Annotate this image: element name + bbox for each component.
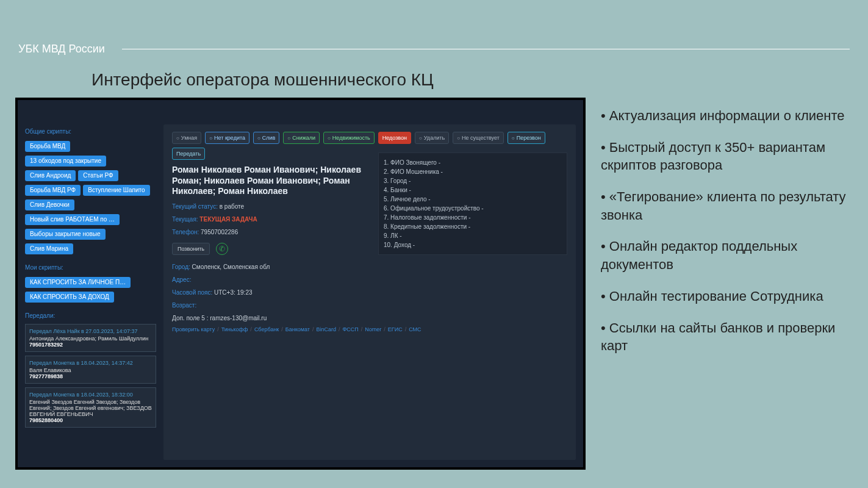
tag-button-label: Недозвон [382, 135, 407, 141]
script-chip[interactable]: Вступление Шапито [83, 185, 149, 196]
script-chip[interactable]: КАК СПРОСИТЬ ЗА ЛИЧНОЕ П… [25, 277, 131, 288]
tag-button-label: Умная [181, 135, 197, 141]
checklist-item: 7. Налоговые задолженности - [384, 213, 562, 222]
slide-bullet: • Онлайн редактор поддельных документов [601, 237, 850, 273]
checklist-item: 3. Город - [384, 176, 562, 185]
script-chip[interactable]: Борьба МВД [25, 141, 70, 152]
link-separator: / [339, 326, 340, 332]
transfer-card[interactable]: Передал Лёха Найк в 27.03.2023, 14:07:37… [25, 324, 156, 352]
checklist-item: 1. ФИО Звонящего - [384, 158, 562, 167]
script-chip[interactable]: Новый слив РАБОТАЕМ по … [25, 214, 120, 225]
external-link[interactable]: ЕГИС [388, 326, 403, 332]
tag-button[interactable]: ○Снижали [283, 132, 320, 144]
script-chip[interactable]: Борьба МВД РФ [25, 185, 81, 196]
transfer-head: Передал Монетка в 18.04.2023, 18:32:00 [29, 392, 152, 398]
shared-scripts-label: Общие скрипты: [25, 128, 156, 135]
checklist-item: 9. ЛК - [384, 231, 562, 240]
link-separator: / [384, 326, 386, 332]
call-button[interactable]: Позвонить [172, 243, 210, 255]
tag-button[interactable]: ○Умная [172, 132, 201, 144]
transfer-body: Антонида Александровна; Рамиль Шайдуллин [29, 336, 152, 342]
slide-bullet: • Ссылки на сайты банков и проверки карт [601, 319, 850, 355]
tag-button-label: Нет кредита [214, 135, 245, 141]
tag-button-label: Снижали [292, 135, 315, 141]
tag-button[interactable]: ○Недвижимость [323, 132, 375, 144]
status-dot-icon: ○ [209, 135, 212, 141]
tag-button-label: Слив [262, 135, 276, 141]
address-row: Адрес: [172, 276, 567, 283]
tag-button[interactable]: Передать [172, 148, 205, 160]
my-scripts-label: Мои скрипты: [25, 264, 156, 271]
script-chip[interactable]: Слив Девочки [25, 199, 74, 210]
app-body: Общие скрипты: Борьба МВД13 обходов под … [18, 124, 583, 467]
tag-button[interactable]: Недозвон [378, 132, 411, 144]
client-name: Роман Николаев Роман Иванович; Николаев … [172, 165, 373, 197]
link-separator: / [405, 326, 407, 332]
script-chip[interactable]: Слив Андроид [25, 170, 76, 181]
script-chip[interactable]: КАК СПРОСИТЬ ЗА ДОХОД [25, 292, 114, 303]
transfer-body: Валя Елавикова [29, 367, 152, 373]
whatsapp-icon[interactable]: ✆ [216, 243, 228, 255]
transfer-body: Евгений Звездов Евгений Звездов; Звездов… [29, 399, 152, 417]
checklist-panel: 1. ФИО Звонящего -2. ФИО Мошенника -3. Г… [378, 152, 567, 255]
link-separator: / [217, 326, 219, 332]
slide-bullets: • Актуализация информации о клиенте• Быс… [601, 107, 850, 368]
transfer-card[interactable]: Передал Монетка в 18.04.2023, 14:37:42Ва… [25, 356, 156, 384]
transfers-list: Передал Лёха Найк в 27.03.2023, 14:07:37… [25, 324, 156, 431]
script-chip[interactable]: Выборы закрытие новые [25, 229, 106, 240]
client-panel: ○Умная○Нет кредита○Слив○Снижали○Недвижим… [163, 124, 576, 460]
slide-agency-header: УБК МВД России [18, 43, 105, 56]
checklist-item: 2. ФИО Мошенника - [384, 167, 562, 176]
status-dot-icon: ○ [287, 135, 290, 141]
transfer-phone: 79852880400 [29, 417, 152, 423]
tag-button[interactable]: ○Слив [253, 132, 279, 144]
external-link[interactable]: Сбербанк [254, 326, 279, 332]
tag-button-label: Недвижимость [332, 135, 370, 141]
app-topbar [18, 100, 583, 124]
external-link[interactable]: BinCard [316, 326, 336, 332]
checklist-item: 6. Официальное трудоустройство - [384, 204, 562, 213]
city-row: Город: Смоленск, Смоленская обл [172, 264, 567, 270]
checklist-item: 4. Банки - [384, 185, 562, 195]
external-link[interactable]: ФССП [342, 326, 358, 332]
slide-bullet: • Онлайн тестирование Сотрудника [601, 287, 850, 306]
extra-field-row: Доп. поле 5 : ramzes-130@mail.ru [172, 315, 567, 321]
external-link[interactable]: Nomer [365, 326, 381, 332]
age-row: Возраст: [172, 302, 567, 309]
scripts-sidebar: Общие скрипты: Борьба МВД13 обходов под … [25, 124, 156, 460]
transfer-card[interactable]: Передал Монетка в 18.04.2023, 18:32:00Ев… [25, 387, 156, 428]
script-chip[interactable]: Слив Марина [25, 243, 73, 254]
status-dot-icon: ○ [176, 135, 179, 141]
script-chip[interactable]: 13 обходов под закрытие [25, 156, 106, 167]
header-divider [122, 49, 850, 49]
external-link[interactable]: Проверить карту [172, 326, 215, 332]
tag-button[interactable]: ○Удалить [415, 132, 449, 144]
tag-button[interactable]: ○Перезвон [508, 132, 545, 144]
slide-bullet: • «Тегирование» клиента по результату зв… [601, 188, 850, 224]
slide-bullet: • Быстрый доступ к 350+ вариантам скрипт… [601, 138, 850, 174]
slide-title: Интерфейс оператора мошеннического КЦ [91, 70, 434, 90]
shared-scripts-list: Борьба МВД13 обходов под закрытиеСлив Ан… [25, 140, 156, 257]
checklist-item: 8. Кредитные задолженности - [384, 222, 562, 231]
script-chip[interactable]: Статьи РФ [78, 170, 118, 181]
operator-app: Общие скрипты: Борьба МВД13 обходов под … [18, 100, 583, 467]
link-separator: / [361, 326, 363, 332]
tag-button[interactable]: ○Нет кредита [205, 132, 249, 144]
transfers-label: Передали: [25, 312, 156, 319]
tag-button-label: Передать [176, 151, 201, 157]
transfer-phone: 79501783292 [29, 342, 152, 348]
checklist-item: 10. Доход - [384, 240, 562, 249]
status-dot-icon: ○ [328, 135, 331, 141]
external-link[interactable]: Тинькофф [221, 326, 248, 332]
status-dot-icon: ○ [257, 135, 260, 141]
external-links-row: Проверить карту/Тинькофф/Сбербанк/Банком… [172, 326, 567, 332]
transfer-head: Передал Лёха Найк в 27.03.2023, 14:07:37 [29, 328, 152, 334]
external-link[interactable]: СМС [409, 326, 421, 332]
my-scripts-list: КАК СПРОСИТЬ ЗА ЛИЧНОЕ П…КАК СПРОСИТЬ ЗА… [25, 276, 156, 305]
tag-button-label: Перезвон [517, 135, 541, 141]
slide-bullet: • Актуализация информации о клиенте [601, 107, 850, 125]
app-screenshot: Общие скрипты: Борьба МВД13 обходов под … [15, 98, 586, 470]
external-link[interactable]: Банкомат [285, 326, 310, 332]
tag-button-label: Удалить [424, 135, 445, 141]
tag-button[interactable]: ○Не существует [453, 132, 504, 144]
